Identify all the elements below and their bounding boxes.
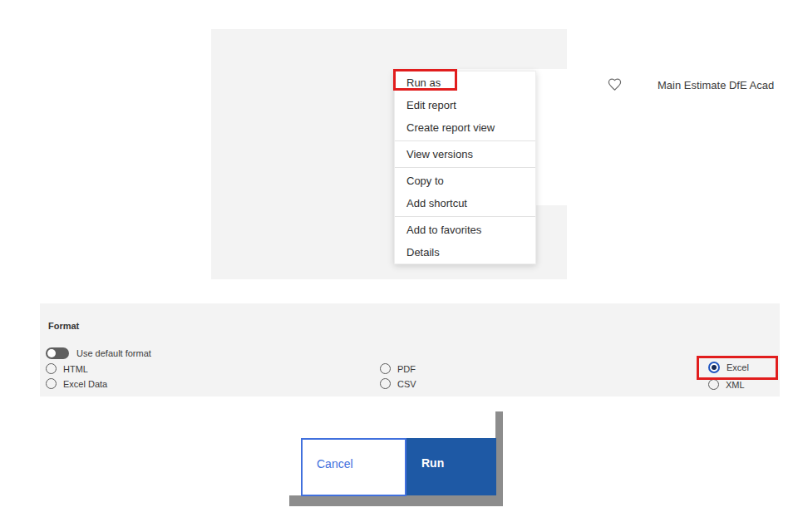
menu-divider	[395, 216, 535, 217]
menu-divider	[395, 167, 535, 168]
cancel-button[interactable]: Cancel	[301, 438, 406, 496]
radio-label: PDF	[397, 364, 416, 374]
page: Main Estimate Last Modified 7/9/2025, 12…	[0, 0, 798, 532]
use-default-format-toggle[interactable]	[46, 347, 69, 359]
radio-icon	[708, 379, 719, 390]
context-menu: Run as Edit report Create report view Vi…	[394, 71, 536, 264]
cancel-button-label: Cancel	[317, 457, 353, 470]
menu-item-edit-report[interactable]: Edit report	[395, 94, 535, 116]
toggle-knob-icon	[47, 349, 56, 357]
annotation-box-excel	[697, 356, 778, 380]
radio-icon	[380, 363, 391, 374]
format-option-pdf[interactable]: PDF	[380, 363, 416, 374]
format-panel-title: Format	[48, 321, 79, 331]
radio-icon	[380, 378, 391, 389]
menu-item-add-shortcut[interactable]: Add shortcut	[395, 192, 535, 214]
use-default-format-label: Use default format	[76, 348, 151, 358]
radio-label: XML	[726, 380, 745, 390]
radio-icon	[46, 363, 57, 374]
format-panel: Format Use default format HTML Excel Dat…	[40, 303, 780, 397]
format-option-html[interactable]: HTML	[46, 363, 88, 374]
run-button-label: Run	[421, 456, 444, 470]
report-card-dfe-acad[interactable]: Main Estimate DfE Acad	[647, 69, 778, 205]
radio-label: HTML	[63, 364, 88, 374]
card-title: Main Estimate DfE Acad	[658, 79, 774, 91]
format-option-xml[interactable]: XML	[708, 379, 745, 390]
format-option-excel-data[interactable]: Excel Data	[46, 378, 107, 389]
menu-item-create-report-view[interactable]: Create report view	[395, 116, 535, 139]
menu-item-add-to-favorites[interactable]: Add to favorites	[395, 219, 535, 241]
format-option-csv[interactable]: CSV	[380, 378, 416, 389]
use-default-format-row: Use default format	[46, 347, 151, 359]
radio-icon	[46, 378, 57, 389]
dialog-shadow-bottom	[289, 495, 503, 506]
dialog-shadow-right	[495, 411, 503, 506]
menu-item-view-versions[interactable]: View versions	[395, 143, 535, 165]
favorite-heart-icon[interactable]	[608, 77, 622, 91]
menu-divider	[395, 140, 535, 141]
radio-label: CSV	[397, 379, 416, 389]
run-button[interactable]: Run	[406, 438, 496, 495]
annotation-box-run-as	[393, 69, 457, 91]
menu-item-copy-to[interactable]: Copy to	[395, 170, 535, 192]
radio-label: Excel Data	[63, 379, 107, 389]
menu-item-details[interactable]: Details	[395, 241, 535, 264]
